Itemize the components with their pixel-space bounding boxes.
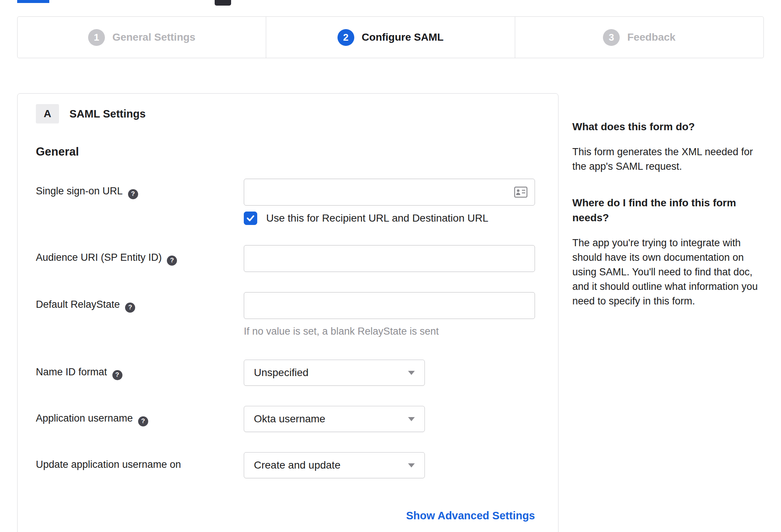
sso-url-control: Use this for Recipient URL and Destinati… — [244, 179, 535, 225]
audience-uri-row: Audience URI (SP Entity ID)? — [36, 245, 535, 272]
step-label: Feedback — [627, 31, 675, 43]
wizard-stepper: 1 General Settings 2 Configure SAML 3 Fe… — [17, 16, 764, 58]
help-icon[interactable]: ? — [125, 303, 135, 313]
name-id-format-control: Unspecified — [244, 360, 535, 386]
name-id-format-value: Unspecified — [254, 367, 308, 379]
help-icon[interactable]: ? — [138, 416, 148, 426]
sso-url-label: Single sign-on URL — [36, 185, 123, 197]
step-configure-saml[interactable]: 2 Configure SAML — [266, 17, 514, 58]
cropped-header-fragment-dark — [215, 0, 231, 6]
chevron-down-icon — [408, 417, 415, 421]
sso-checkbox-row: Use this for Recipient URL and Destinati… — [244, 212, 535, 225]
audience-uri-input[interactable] — [244, 245, 535, 272]
update-app-username-value: Create and update — [254, 459, 340, 471]
help-icon[interactable]: ? — [112, 370, 122, 380]
sso-checkbox-label[interactable]: Use this for Recipient URL and Destinati… — [266, 212, 488, 224]
panel-title: SAML Settings — [69, 108, 146, 120]
step-number-badge: 1 — [88, 29, 105, 46]
relay-state-hint: If no value is set, a blank RelayState i… — [244, 326, 535, 337]
sidebar-question-1-body: This form generates the XML needed for t… — [572, 145, 764, 174]
audience-uri-label-cell: Audience URI (SP Entity ID)? — [36, 245, 244, 272]
relay-state-input[interactable] — [244, 292, 535, 319]
update-app-username-control: Create and update — [244, 452, 535, 478]
step-number-badge: 2 — [337, 29, 354, 46]
help-icon[interactable]: ? — [128, 189, 138, 199]
app-username-label-cell: Application username? — [36, 406, 244, 432]
app-username-row: Application username? Okta username — [36, 406, 535, 432]
step-label: General Settings — [112, 31, 196, 43]
chevron-down-icon — [408, 371, 415, 375]
step-general-settings[interactable]: 1 General Settings — [18, 17, 266, 58]
app-username-select[interactable]: Okta username — [244, 406, 425, 432]
relay-state-label-cell: Default RelayState? — [36, 292, 244, 337]
update-app-username-label-cell: Update application username on — [36, 452, 244, 478]
main-content: A SAML Settings General Single sign-on U… — [17, 93, 764, 532]
chevron-down-icon — [408, 463, 415, 467]
name-id-format-select[interactable]: Unspecified — [244, 360, 425, 386]
sidebar-question-2-body: The app you're trying to integrate with … — [572, 236, 764, 309]
help-sidebar: What does this form do? This form genera… — [572, 93, 764, 330]
name-id-format-label-cell: Name ID format? — [36, 360, 244, 386]
app-username-label: Application username — [36, 413, 133, 424]
sso-url-label-cell: Single sign-on URL? — [36, 179, 244, 225]
sso-checkbox[interactable] — [244, 212, 257, 225]
name-id-format-label: Name ID format — [36, 366, 107, 378]
audience-uri-label: Audience URI (SP Entity ID) — [36, 252, 162, 263]
section-a-badge: A — [36, 104, 59, 123]
panel-header: A SAML Settings — [36, 104, 535, 123]
help-icon[interactable]: ? — [167, 256, 177, 266]
advanced-settings-row: Show Advanced Settings — [36, 510, 535, 522]
sidebar-question-1-title: What does this form do? — [572, 119, 764, 134]
name-id-format-row: Name ID format? Unspecified — [36, 360, 535, 386]
relay-state-row: Default RelayState? If no value is set, … — [36, 292, 535, 337]
step-label: Configure SAML — [362, 31, 444, 43]
app-username-control: Okta username — [244, 406, 535, 432]
relay-state-label: Default RelayState — [36, 299, 120, 310]
contact-card-icon[interactable] — [514, 187, 528, 198]
saml-settings-panel: A SAML Settings General Single sign-on U… — [17, 93, 558, 532]
step-number-badge: 3 — [603, 29, 620, 46]
step-feedback[interactable]: 3 Feedback — [515, 17, 763, 58]
show-advanced-settings-link[interactable]: Show Advanced Settings — [406, 510, 535, 522]
general-group-title: General — [36, 145, 535, 159]
cropped-header-fragment-blue — [17, 0, 49, 3]
sso-url-row: Single sign-on URL? — [36, 179, 535, 225]
sso-url-input[interactable] — [244, 179, 535, 206]
sidebar-question-2-title: Where do I find the info this form needs… — [572, 195, 764, 225]
update-app-username-label: Update application username on — [36, 459, 181, 470]
audience-uri-control — [244, 245, 535, 272]
update-app-username-select[interactable]: Create and update — [244, 452, 425, 478]
app-username-value: Okta username — [254, 413, 325, 425]
relay-state-control: If no value is set, a blank RelayState i… — [244, 292, 535, 337]
update-app-username-row: Update application username on Create an… — [36, 452, 535, 478]
